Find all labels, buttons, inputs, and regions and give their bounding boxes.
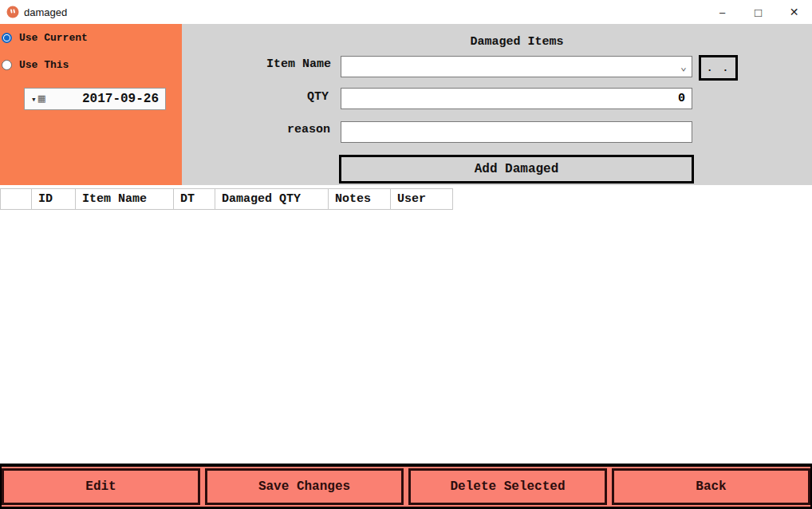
table-body-empty: [0, 210, 812, 464]
radio-use-this-label: Use This: [19, 59, 69, 71]
app-window: damaged – □ ✕ Use Current Use This ▾ ▦ 2…: [0, 0, 812, 509]
delete-selected-button[interactable]: Delete Selected: [408, 468, 607, 505]
calendar-icon: ▦: [38, 93, 45, 105]
table-header-user[interactable]: User: [391, 188, 453, 210]
table-header-select[interactable]: [0, 188, 32, 210]
item-name-label: Item Name: [181, 57, 331, 71]
table-header-item-name[interactable]: Item Name: [76, 188, 174, 210]
save-changes-button[interactable]: Save Changes: [205, 468, 404, 505]
panel-title: Damaged Items: [341, 35, 693, 49]
radio-use-current[interactable]: Use Current: [2, 32, 88, 44]
reason-input[interactable]: [341, 121, 692, 143]
back-button[interactable]: Back: [612, 468, 810, 505]
date-value[interactable]: 2017-09-26: [45, 92, 165, 106]
close-button[interactable]: ✕: [776, 0, 812, 24]
table-header-row: ID Item Name DT Damaged QTY Notes User: [0, 188, 453, 210]
item-name-combobox[interactable]: ⌄: [341, 56, 692, 77]
table-header-dt[interactable]: DT: [174, 188, 215, 210]
footer-button-bar: Edit Save Changes Delete Selected Back: [0, 464, 812, 509]
maximize-button[interactable]: □: [740, 0, 776, 24]
table-header-damaged-qty[interactable]: Damaged QTY: [215, 188, 329, 210]
item-name-input[interactable]: [341, 57, 676, 77]
radio-unselected-icon[interactable]: [2, 60, 12, 70]
table-header-id[interactable]: ID: [32, 188, 76, 210]
dropdown-arrow-icon[interactable]: ▾: [31, 94, 37, 105]
window-title: damaged: [24, 6, 67, 18]
damaged-items-table: ID Item Name DT Damaged QTY Notes User: [0, 185, 812, 464]
browse-button[interactable]: . .: [699, 55, 738, 81]
radio-use-this[interactable]: Use This: [2, 59, 69, 71]
qty-input[interactable]: [341, 88, 692, 109]
date-picker[interactable]: ▾ ▦ 2017-09-26: [24, 88, 166, 110]
chevron-down-icon[interactable]: ⌄: [676, 61, 692, 73]
minimize-button[interactable]: –: [704, 0, 740, 24]
add-damaged-button[interactable]: Add Damaged: [339, 155, 694, 183]
title-bar: damaged – □ ✕: [0, 0, 812, 24]
reason-label: reason: [181, 123, 330, 136]
date-selection-panel: Use Current Use This ▾ ▦ 2017-09-26: [0, 24, 182, 185]
radio-selected-icon[interactable]: [2, 33, 12, 43]
radio-use-current-label: Use Current: [19, 32, 88, 44]
app-icon: [6, 6, 19, 18]
qty-label: QTY: [181, 90, 329, 104]
edit-button[interactable]: Edit: [2, 468, 200, 505]
table-header-notes[interactable]: Notes: [329, 188, 391, 210]
